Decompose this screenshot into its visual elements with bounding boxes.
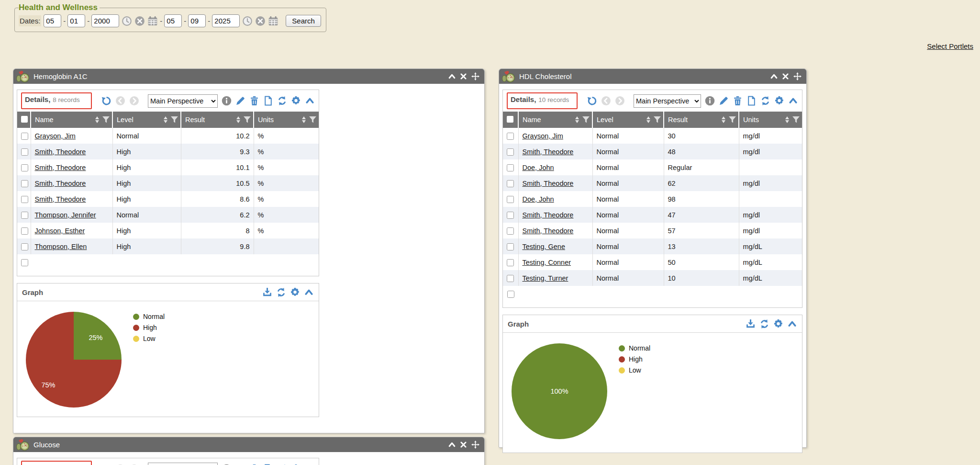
- select-all-checkbox[interactable]: [21, 116, 28, 123]
- row-checkbox[interactable]: [507, 275, 514, 282]
- sort-icon[interactable]: [722, 116, 725, 123]
- patient-name-link[interactable]: Doe, John: [523, 164, 554, 171]
- row-checkbox[interactable]: [507, 227, 514, 235]
- settings-icon[interactable]: [774, 96, 784, 106]
- to-time-icon[interactable]: [242, 16, 253, 26]
- row-checkbox[interactable]: [507, 196, 514, 203]
- filter-icon[interactable]: [582, 116, 590, 124]
- row-checkbox[interactable]: [21, 133, 28, 140]
- sort-icon[interactable]: [646, 116, 650, 123]
- filter-icon[interactable]: [243, 116, 251, 124]
- patient-name-link[interactable]: Smith, Theodore: [523, 180, 574, 187]
- select-all-checkbox[interactable]: [507, 116, 513, 123]
- perspective-select[interactable]: Main Perspective: [148, 94, 218, 108]
- perspective-select[interactable]: Main Perspective: [634, 94, 701, 108]
- edit-icon[interactable]: [719, 96, 729, 106]
- sort-icon[interactable]: [302, 116, 306, 123]
- collapse-panel-icon[interactable]: [305, 96, 315, 106]
- row-checkbox[interactable]: [21, 227, 28, 235]
- patient-name-link[interactable]: Grayson, Jim: [523, 132, 563, 140]
- move-icon[interactable]: [471, 72, 479, 80]
- row-checkbox[interactable]: [507, 259, 514, 266]
- collapse-icon[interactable]: [448, 442, 456, 447]
- row-checkbox[interactable]: [507, 243, 514, 250]
- collapse-panel-icon[interactable]: [788, 96, 798, 106]
- patient-name-link[interactable]: Smith, Theodore: [35, 180, 86, 187]
- settings-icon[interactable]: [290, 287, 300, 297]
- filter-icon[interactable]: [102, 116, 110, 124]
- settings-icon[interactable]: [291, 96, 301, 106]
- filter-icon[interactable]: [792, 116, 800, 124]
- sort-icon[interactable]: [575, 116, 579, 123]
- refresh-icon[interactable]: [760, 96, 770, 106]
- patient-name-link[interactable]: Doe, John: [523, 195, 554, 203]
- from-clear-icon[interactable]: [134, 16, 145, 26]
- collapse-panel-icon[interactable]: [787, 319, 797, 329]
- row-checkbox[interactable]: [21, 180, 28, 187]
- search-button[interactable]: Search: [286, 15, 321, 27]
- select-portlets-link[interactable]: Select Portlets: [927, 42, 973, 50]
- from-year-input[interactable]: [91, 14, 119, 27]
- move-icon[interactable]: [471, 441, 479, 449]
- patient-name-link[interactable]: Smith, Theodore: [35, 164, 86, 171]
- from-day-input[interactable]: [67, 14, 85, 27]
- patient-name-link[interactable]: Johnson, Esther: [35, 227, 85, 235]
- row-checkbox[interactable]: [21, 259, 28, 266]
- undo-icon[interactable]: [101, 96, 111, 106]
- download-icon[interactable]: [262, 287, 272, 297]
- info-icon[interactable]: [705, 96, 715, 106]
- patient-name-link[interactable]: Smith, Theodore: [523, 148, 574, 156]
- row-checkbox[interactable]: [21, 148, 28, 156]
- close-icon[interactable]: [460, 73, 467, 79]
- sort-icon[interactable]: [236, 116, 240, 123]
- undo-icon[interactable]: [587, 96, 597, 106]
- from-month-input[interactable]: [44, 14, 61, 27]
- patient-name-link[interactable]: Thompson, Ellen: [35, 243, 87, 250]
- perspective-select[interactable]: [148, 463, 218, 465]
- sort-icon[interactable]: [95, 116, 99, 123]
- patient-name-link[interactable]: Testing, Conner: [523, 259, 571, 266]
- sort-icon[interactable]: [164, 116, 167, 123]
- edit-icon[interactable]: [235, 96, 245, 106]
- row-checkbox[interactable]: [21, 212, 28, 219]
- portlet-header[interactable]: Hemoglobin A1C: [13, 69, 484, 84]
- row-checkbox[interactable]: [507, 212, 514, 219]
- row-checkbox[interactable]: [507, 291, 514, 298]
- to-month-input[interactable]: [164, 14, 182, 27]
- to-day-input[interactable]: [188, 14, 206, 27]
- to-year-input[interactable]: [212, 14, 240, 27]
- collapse-icon[interactable]: [448, 74, 456, 79]
- to-calendar-icon[interactable]: [268, 16, 278, 26]
- from-time-icon[interactable]: [122, 16, 132, 26]
- portlet-header[interactable]: HDL Cholesterol: [499, 69, 806, 84]
- settings-icon[interactable]: [773, 319, 783, 329]
- portlet-header[interactable]: Glucose: [13, 437, 484, 452]
- to-clear-icon[interactable]: [255, 16, 266, 26]
- delete-icon[interactable]: [249, 96, 259, 106]
- refresh-icon[interactable]: [277, 96, 287, 106]
- collapse-icon[interactable]: [770, 74, 778, 79]
- delete-icon[interactable]: [733, 96, 743, 106]
- row-checkbox[interactable]: [21, 164, 28, 171]
- filter-icon[interactable]: [653, 116, 661, 124]
- filter-icon[interactable]: [728, 116, 736, 124]
- row-checkbox[interactable]: [21, 243, 28, 250]
- row-checkbox[interactable]: [507, 180, 514, 187]
- patient-name-link[interactable]: Smith, Theodore: [523, 227, 574, 235]
- close-icon[interactable]: [460, 442, 467, 448]
- close-icon[interactable]: [782, 73, 789, 79]
- filter-icon[interactable]: [309, 116, 317, 124]
- patient-name-link[interactable]: Thompson, Jennifer: [35, 211, 96, 219]
- download-icon[interactable]: [746, 319, 756, 329]
- new-document-icon[interactable]: [263, 96, 273, 106]
- next-icon[interactable]: [615, 96, 625, 106]
- sort-icon[interactable]: [785, 116, 789, 123]
- patient-name-link[interactable]: Grayson, Jim: [35, 132, 76, 140]
- row-checkbox[interactable]: [507, 164, 514, 171]
- patient-name-link[interactable]: Testing, Turner: [523, 274, 568, 282]
- row-checkbox[interactable]: [507, 148, 514, 156]
- patient-name-link[interactable]: Smith, Theodore: [35, 148, 86, 156]
- info-icon[interactable]: [222, 96, 232, 106]
- next-icon[interactable]: [129, 96, 139, 106]
- refresh-icon[interactable]: [276, 287, 286, 297]
